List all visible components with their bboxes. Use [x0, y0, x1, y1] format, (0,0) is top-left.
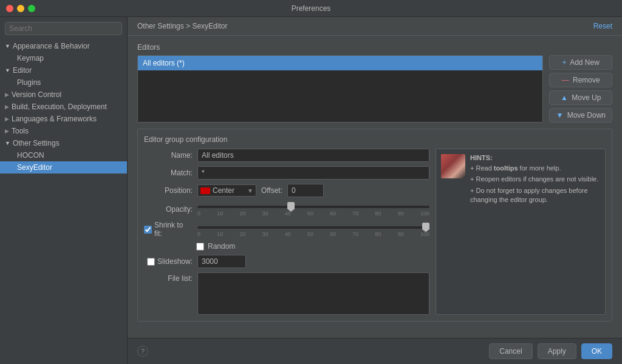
sidebar-item-plugins[interactable]: Plugins: [0, 76, 127, 89]
sidebar-item-label: Other Settings: [13, 139, 60, 147]
shrink-slider[interactable]: [197, 226, 429, 229]
avatar-image: [441, 154, 465, 178]
sidebar-item-label: Keymap: [17, 54, 44, 62]
slideshow-label-group: Slideshow:: [144, 257, 193, 266]
sidebar-item-label: HOCON: [17, 151, 44, 160]
sidebar-item-build[interactable]: ▶ Build, Execution, Deployment: [0, 101, 127, 113]
breadcrumb: Other Settings > SexyEditor: [137, 22, 227, 30]
name-row: Name:: [144, 149, 429, 162]
file-list-textarea[interactable]: [197, 272, 429, 315]
minus-icon: —: [562, 76, 569, 84]
sidebar-item-tools[interactable]: ▶ Tools: [0, 125, 127, 137]
slideshow-label: Slideshow:: [157, 257, 193, 266]
position-select-row: Center Top Bottom Left Right ▼ Offset:: [197, 184, 324, 197]
minimize-button[interactable]: [17, 5, 24, 12]
expand-icon: ▼: [5, 43, 10, 49]
sidebar-item-label: Version Control: [12, 90, 61, 99]
hints-title: HINTS:: [470, 154, 600, 161]
opacity-row: Opacity: 0 10 20 30 40 50: [144, 201, 429, 217]
expand-icon: ▼: [5, 140, 10, 146]
shrink-label-group: Shrink to fit:: [144, 221, 193, 238]
expand-icon: ▶: [5, 104, 9, 110]
shrink-label: Shrink to fit:: [154, 221, 193, 238]
apply-button[interactable]: Apply: [538, 343, 576, 359]
maximize-button[interactable]: [28, 5, 35, 12]
slideshow-checkbox[interactable]: [147, 258, 155, 266]
content-scroll: Editors All editors (*) + Add New — Remo…: [128, 36, 622, 338]
sidebar-item-sexyeditor[interactable]: SexyEditor: [0, 161, 127, 174]
chevron-down-icon: ▼: [247, 187, 253, 194]
random-label: Random: [208, 242, 235, 251]
sidebar-item-languages[interactable]: ▶ Languages & Frameworks: [0, 113, 127, 125]
offset-label: Offset:: [261, 186, 282, 195]
opacity-slider[interactable]: [197, 206, 429, 208]
position-select-container[interactable]: Center Top Bottom Left Right ▼: [197, 184, 256, 197]
random-row: Random: [144, 242, 429, 251]
remove-button[interactable]: — Remove: [549, 73, 612, 87]
config-left: Name: Match: Position:: [144, 149, 429, 315]
sidebar-item-other-settings[interactable]: ▼ Other Settings: [0, 137, 127, 149]
main-layout: ▼ Appearance & Behavior Keymap ▼ Editor …: [0, 17, 622, 364]
avatar-hints: HINTS: + Read tooltips for more help. + …: [441, 154, 600, 207]
offset-input[interactable]: [287, 184, 324, 197]
opacity-label: Opacity:: [144, 205, 193, 214]
sidebar-item-editor[interactable]: ▼ Editor: [0, 64, 127, 76]
title-bar: Preferences: [0, 0, 622, 17]
flag-icon: [200, 187, 210, 194]
help-button[interactable]: ?: [137, 346, 148, 357]
sidebar-item-label: Tools: [12, 127, 29, 135]
close-button[interactable]: [6, 5, 13, 12]
shrink-checkbox[interactable]: [144, 226, 152, 234]
list-item[interactable]: All editors (*): [138, 56, 542, 70]
sidebar: ▼ Appearance & Behavior Keymap ▼ Editor …: [0, 17, 128, 364]
sidebar-item-hocon[interactable]: HOCON: [0, 149, 127, 161]
file-list-row: File list:: [144, 272, 429, 315]
sidebar-item-version-control[interactable]: ▶ Version Control: [0, 89, 127, 101]
cancel-button[interactable]: Cancel: [489, 343, 532, 359]
expand-icon: ▶: [5, 128, 9, 134]
hints-content: HINTS: + Read tooltips for more help. + …: [470, 154, 600, 207]
sidebar-item-keymap[interactable]: Keymap: [0, 52, 127, 64]
sidebar-item-label: SexyEditor: [17, 163, 52, 172]
hints-panel: HINTS: + Read tooltips for more help. + …: [436, 149, 606, 315]
breadcrumb-bar: Other Settings > SexyEditor Reset: [128, 17, 622, 36]
sidebar-item-label: Languages & Frameworks: [12, 115, 97, 123]
shrink-slider-container: 0 10 20 30 40 50 60 70 80 90: [197, 222, 429, 237]
position-select[interactable]: Center Top Bottom Left Right: [213, 186, 245, 195]
sidebar-item-label: Build, Execution, Deployment: [12, 103, 107, 111]
sidebar-item-label: Plugins: [17, 78, 41, 87]
match-input[interactable]: [197, 166, 429, 180]
add-new-button[interactable]: + Add New: [549, 55, 612, 70]
sidebar-item-appearance[interactable]: ▼ Appearance & Behavior: [0, 40, 127, 52]
editors-list-container: All editors (*) + Add New — Remove ▲ Mov…: [137, 55, 612, 123]
move-down-button[interactable]: ▼ Move Down: [549, 108, 612, 123]
sidebar-item-label: Appearance & Behavior: [13, 42, 90, 50]
name-input[interactable]: [197, 149, 429, 162]
editors-section-label: Editors: [137, 43, 612, 52]
random-checkbox[interactable]: [196, 243, 204, 251]
content-area: Other Settings > SexyEditor Reset Editor…: [128, 17, 622, 364]
slideshow-input[interactable]: [197, 255, 246, 268]
sidebar-item-label: Editor: [13, 66, 32, 75]
arrow-down-icon: ▼: [556, 111, 563, 120]
position-row: Position: Center Top Bottom Left: [144, 184, 429, 197]
editors-buttons: + Add New — Remove ▲ Move Up ▼ Move Down: [549, 55, 612, 123]
config-section: Editor group configuration Name: Match:: [137, 129, 612, 322]
config-grid: Name: Match: Position:: [144, 149, 606, 315]
name-label: Name:: [144, 151, 193, 160]
expand-icon: ▶: [5, 116, 9, 122]
avatar: [441, 154, 465, 178]
editors-list: All editors (*): [137, 55, 543, 123]
match-label: Match:: [144, 169, 193, 177]
reset-link[interactable]: Reset: [593, 22, 612, 30]
bottom-bar: ? Cancel Apply OK: [128, 338, 622, 364]
shrink-row: Shrink to fit: 0 10 20 30 40: [144, 221, 429, 238]
hint-line-1: + Read tooltips for more help.: [470, 164, 600, 173]
opacity-slider-container: 0 10 20 30 40 50 60 70 80 90: [197, 201, 429, 217]
move-up-button[interactable]: ▲ Move Up: [549, 90, 612, 105]
ok-button[interactable]: OK: [581, 343, 612, 359]
hint-line-2: + Reopen editors if changes are not visi…: [470, 175, 600, 184]
search-input[interactable]: [5, 22, 122, 35]
window-title: Preferences: [292, 4, 331, 13]
file-list-label: File list:: [144, 272, 193, 283]
